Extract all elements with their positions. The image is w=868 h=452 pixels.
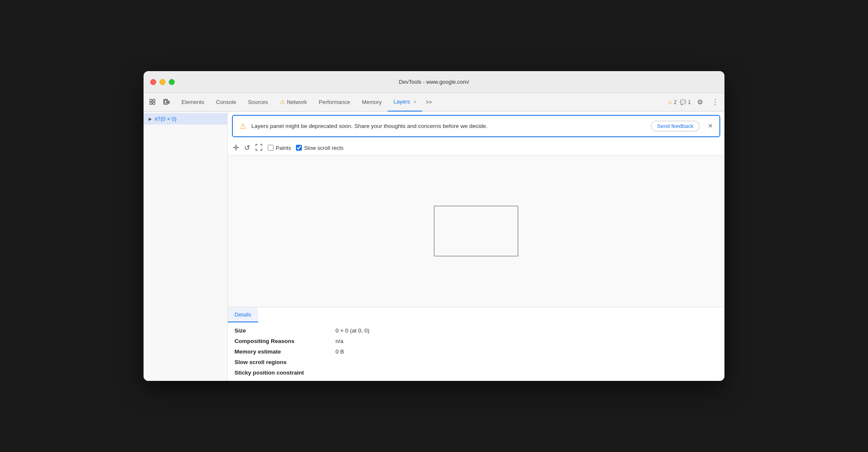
tabs-container: Elements Console Sources ⚠ Network Perfo… [176, 93, 668, 112]
detail-value-compositing: n/a [335, 338, 718, 344]
info-badge[interactable]: 💬 1 [680, 99, 691, 105]
more-options-button[interactable]: ⋮ [709, 96, 721, 108]
fit-icon[interactable] [255, 144, 263, 152]
svg-rect-6 [168, 101, 169, 104]
svg-rect-2 [153, 99, 155, 101]
controls-bar: ✛ ↺ Paints Slow scroll rects [228, 141, 724, 155]
tab-elements[interactable]: Elements [176, 93, 210, 112]
sidebar: ▶ #7(0 × 0) [144, 112, 228, 381]
device-toolbar-icon[interactable] [160, 96, 172, 108]
svg-rect-1 [150, 102, 152, 104]
detail-value-slow-scroll [335, 359, 718, 365]
detail-label-memory: Memory estimate [234, 348, 327, 355]
tab-layers-close[interactable]: × [414, 99, 416, 104]
toolbar-right: ⚠ 2 💬 1 ⚙ ⋮ [668, 96, 721, 108]
titlebar: DevTools - www.google.com/ [144, 71, 724, 93]
detail-label-sticky: Sticky position constraint [234, 370, 327, 376]
banner-warning-icon: ⚠ [240, 122, 246, 131]
minimize-button[interactable] [160, 79, 165, 85]
tab-sources[interactable]: Sources [242, 93, 274, 112]
svg-rect-3 [153, 102, 155, 104]
detail-value-sticky [335, 370, 718, 376]
svg-rect-5 [165, 100, 167, 103]
toolbar-icons [147, 96, 172, 108]
slow-scroll-checkbox-label[interactable]: Slow scroll rects [296, 145, 343, 151]
devtools-body: ▶ #7(0 × 0) ⚠ Layers panel might be depr… [144, 112, 724, 381]
slow-scroll-checkbox[interactable] [296, 145, 302, 151]
details-tab-header[interactable]: Details [228, 307, 724, 322]
close-button[interactable] [150, 79, 156, 85]
paints-checkbox-label[interactable]: Paints [268, 145, 291, 151]
detail-label-compositing: Compositing Reasons [234, 338, 327, 344]
deprecation-banner: ⚠ Layers panel might be deprecated soon.… [232, 115, 720, 137]
maximize-button[interactable] [169, 79, 175, 85]
window-title: DevTools - www.google.com/ [399, 79, 469, 85]
svg-rect-0 [150, 99, 152, 101]
detail-value-memory: 0 B [335, 348, 718, 355]
detail-value-size: 0 × 0 (at 0, 0) [335, 327, 718, 334]
tab-console[interactable]: Console [210, 93, 242, 112]
more-tabs-button[interactable]: >> [422, 99, 435, 105]
banner-message: Layers panel might be deprecated soon. S… [251, 123, 646, 129]
network-warning-icon: ⚠ [280, 99, 285, 105]
tab-performance[interactable]: Performance [313, 93, 356, 112]
detail-label-slow-scroll: Slow scroll regions [234, 359, 327, 365]
details-table: Size 0 × 0 (at 0, 0) Compositing Reasons… [228, 322, 724, 381]
info-icon: 💬 [680, 99, 686, 105]
settings-button[interactable]: ⚙ [694, 96, 706, 108]
tab-memory[interactable]: Memory [356, 93, 388, 112]
tab-layers[interactable]: Layers × [388, 93, 422, 112]
sidebar-item-layer1[interactable]: ▶ #7(0 × 0) [144, 113, 227, 125]
pan-icon[interactable]: ✛ [233, 143, 239, 152]
devtools-toolbar: Elements Console Sources ⚠ Network Perfo… [144, 93, 724, 112]
paints-checkbox[interactable] [268, 145, 274, 151]
warning-badge[interactable]: ⚠ 2 [668, 99, 677, 105]
tab-network[interactable]: ⚠ Network [274, 93, 313, 112]
traffic-lights [150, 79, 175, 85]
rotate-icon[interactable]: ↺ [244, 144, 250, 152]
details-section: Details Size 0 × 0 (at 0, 0) Compositing… [228, 307, 724, 381]
inspect-icon[interactable] [147, 96, 159, 108]
banner-close-icon[interactable]: × [708, 122, 713, 130]
send-feedback-button[interactable]: Send feedback [651, 121, 700, 131]
detail-label-size: Size [234, 327, 327, 334]
devtools-window: DevTools - www.google.com/ [144, 71, 724, 381]
warning-icon: ⚠ [668, 99, 672, 105]
canvas-area[interactable] [228, 155, 724, 307]
layer-rect [434, 206, 518, 256]
sidebar-arrow-icon: ▶ [149, 117, 152, 121]
main-panel: ⚠ Layers panel might be deprecated soon.… [228, 112, 724, 381]
